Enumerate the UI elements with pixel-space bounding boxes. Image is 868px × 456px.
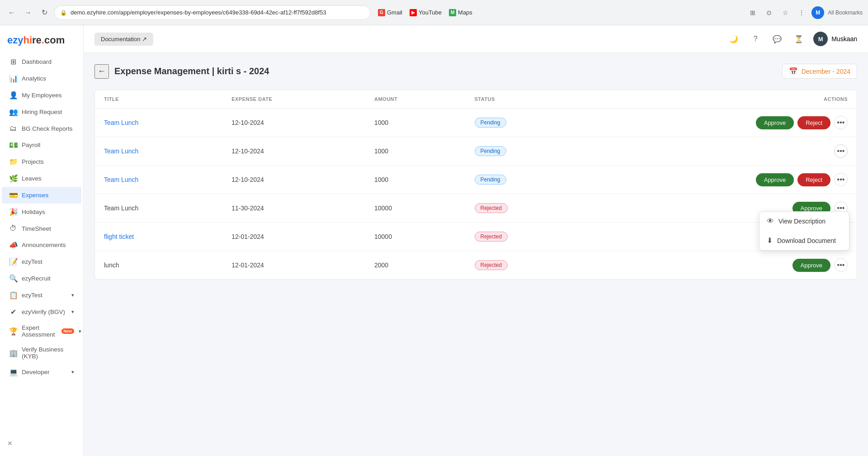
expense-amount: 2000 [365, 251, 466, 280]
actions-dropdown-menu: 👁 View Description ⬇ Download Document [759, 211, 849, 251]
expense-title-link[interactable]: flight ticket [104, 233, 134, 240]
sidebar-item-dashboard[interactable]: ⊞ Dashboard [2, 53, 81, 70]
expense-title-link[interactable]: Team Lunch [104, 176, 138, 183]
sidebar-item-label: Payroll [22, 142, 40, 148]
maps-favicon: M [449, 9, 456, 16]
sidebar-item-expert-assessment[interactable]: 🏆 Expert Assessment New ▾ [2, 320, 81, 342]
download-icon: ⬇ [767, 236, 773, 245]
bookmark-star-button[interactable]: ☆ [779, 6, 792, 19]
more-actions-button[interactable]: ••• [834, 258, 848, 272]
bookmark-youtube[interactable]: ▶ YouTube [410, 9, 442, 16]
expense-title: Team Lunch [95, 194, 222, 223]
sidebar-item-my-employees[interactable]: 👤 My Employees [2, 87, 81, 104]
timesheet-icon: ⏱ [9, 224, 17, 233]
expense-actions: Approve Reject ••• [590, 109, 857, 137]
bookmark-gmail[interactable]: G Gmail [378, 9, 402, 16]
sidebar: ezyhire.com ⊞ Dashboard 📊 Analytics 👤 My… [0, 25, 84, 456]
sidebar-item-holidays[interactable]: 🎉 Holidays [2, 204, 81, 220]
sidebar-item-ezyrecruit[interactable]: 🔍 ezyRecruit [2, 270, 81, 287]
expense-date: 11-30-2024 [222, 194, 365, 223]
download-document-item[interactable]: ⬇ Download Document [760, 231, 849, 250]
expense-title-link[interactable]: Team Lunch [104, 147, 138, 155]
address-bar[interactable]: 🔒 demo.ezyhire.com/app/employer/expenses… [54, 5, 371, 20]
expense-status: Rejected [466, 223, 590, 251]
history-button[interactable]: ⏳ [792, 32, 806, 46]
browser-user-avatar[interactable]: M [811, 6, 824, 19]
sidebar-item-payroll[interactable]: 💵 Payroll [2, 137, 81, 153]
sidebar-item-projects[interactable]: 📁 Projects [2, 153, 81, 170]
arrow-icon: ▾ [79, 328, 81, 334]
user-name: Muskaan [831, 35, 857, 43]
approve-button[interactable]: Approve [793, 259, 830, 272]
expense-status: Pending [466, 166, 590, 194]
bookmark-maps[interactable]: M Maps [449, 9, 472, 16]
more-actions-button[interactable]: ••• [834, 116, 848, 129]
reload-nav-button[interactable]: ↻ [38, 6, 51, 19]
sidebar-item-developer[interactable]: 💻 Developer ▾ [2, 364, 81, 380]
page-content: ← Expense Management | kirti s - 2024 📅 … [84, 53, 868, 456]
view-description-label: View Description [778, 218, 826, 225]
table-header-row: TITLE EXPENSE DATE AMOUNT STATUS ACTIONS [95, 90, 857, 109]
analytics-icon: 📊 [9, 74, 17, 83]
sidebar-item-analytics[interactable]: 📊 Analytics [2, 70, 81, 87]
view-description-item[interactable]: 👁 View Description [760, 212, 849, 231]
sidebar-item-label: TimeSheet [22, 225, 51, 232]
projects-icon: 📁 [9, 157, 17, 166]
table-row: Team Lunch 12-10-2024 1000 Pending ••• [95, 137, 857, 166]
page-title: Expense Management | kirti s - 2024 [114, 66, 269, 76]
new-badge: New [61, 328, 75, 334]
sidebar-item-hiring-request[interactable]: 👥 Hiring Request [2, 104, 81, 120]
hiring-request-icon: 👥 [9, 108, 17, 116]
more-actions-button[interactable]: ••• [834, 144, 848, 158]
user-avatar: M [813, 32, 828, 46]
back-nav-button[interactable]: ← [5, 6, 18, 19]
chat-button[interactable]: 💬 [770, 32, 784, 46]
table-row: flight ticket 12-01-2024 10000 Rejected … [95, 223, 857, 251]
arrow-icon: ▾ [71, 309, 74, 315]
more-actions-button[interactable]: ••• [834, 173, 848, 186]
col-title: TITLE [95, 90, 222, 109]
sidebar-item-label: My Employees [22, 92, 62, 99]
ezyrecruit-icon: 🔍 [9, 274, 17, 283]
col-status: STATUS [466, 90, 590, 109]
col-amount: AMOUNT [365, 90, 466, 109]
sidebar-item-leaves[interactable]: 🌿 Leaves [2, 170, 81, 187]
verify-business-icon: 🏢 [9, 349, 17, 357]
reject-button[interactable]: Reject [797, 173, 830, 186]
extensions-button[interactable]: ⊞ [746, 6, 759, 19]
expense-title: flight ticket [95, 223, 222, 251]
date-filter[interactable]: 📅 December - 2024 [782, 64, 857, 79]
sidebar-item-ezytest[interactable]: 📝 ezyTest [2, 253, 81, 270]
expense-title: lunch [95, 251, 222, 280]
sidebar-item-verify-business[interactable]: 🏢 Verify Business (KYB) [2, 342, 81, 364]
sidebar-item-timesheet[interactable]: ⏱ TimeSheet [2, 220, 81, 237]
expense-date: 12-10-2024 [222, 137, 365, 166]
sidebar-item-expenses[interactable]: 💳 Expenses [2, 187, 81, 204]
table-row: Team Lunch 11-30-2024 10000 Rejected App… [95, 194, 857, 223]
calendar-icon: 📅 [789, 67, 798, 76]
sidebar-item-label: Analytics [22, 75, 46, 82]
documentation-button[interactable]: Documentation ↗ [94, 33, 153, 46]
download-document-label: Download Document [777, 237, 836, 244]
close-sidebar-button[interactable]: ✕ [0, 436, 83, 451]
dashboard-icon: ⊞ [9, 57, 17, 66]
profile-button[interactable]: ⊙ [763, 6, 775, 19]
sidebar-item-ezyverify[interactable]: ✔ ezyVerify (BGV) ▾ [2, 304, 81, 320]
sidebar-item-ezytest2[interactable]: 📋 ezyTest ▾ [2, 287, 81, 304]
expert-assessment-icon: 🏆 [9, 327, 17, 336]
expense-title-link[interactable]: Team Lunch [104, 119, 138, 126]
approve-button[interactable]: Approve [756, 116, 794, 129]
back-button[interactable]: ← [94, 64, 109, 79]
status-badge: Pending [475, 175, 506, 185]
forward-nav-button[interactable]: → [22, 6, 34, 19]
youtube-label: YouTube [419, 9, 442, 16]
approve-button[interactable]: Approve [756, 173, 794, 186]
menu-button[interactable]: ⋮ [795, 6, 808, 19]
sidebar-item-announcements[interactable]: 📣 Announcements [2, 237, 81, 253]
reject-button[interactable]: Reject [797, 116, 830, 129]
user-profile[interactable]: M Muskaan [813, 32, 857, 46]
dark-mode-toggle[interactable]: 🌙 [726, 32, 741, 46]
help-button[interactable]: ? [748, 32, 763, 46]
developer-icon: 💻 [9, 368, 17, 376]
sidebar-item-bg-check[interactable]: 🗂 BG Check Reports [2, 120, 81, 137]
